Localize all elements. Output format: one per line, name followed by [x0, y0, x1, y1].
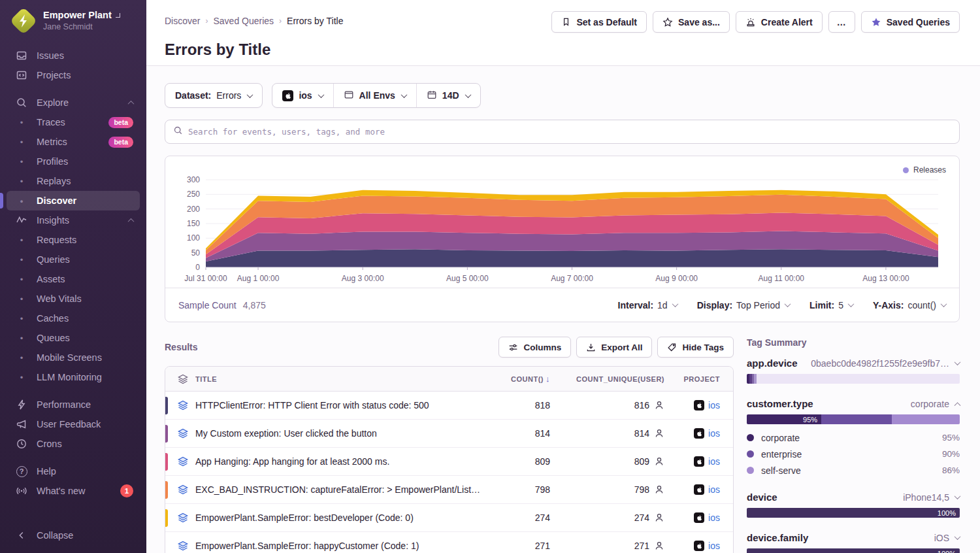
legend-row[interactable]: enterprise 90% — [747, 446, 960, 462]
sidebar-item-mobile-screens[interactable]: •Mobile Screens — [7, 348, 140, 367]
error-title[interactable]: App Hanging: App hanging for at least 20… — [195, 456, 491, 467]
table-row[interactable]: EXC_BAD_INSTRUCTION: captureFatalError: … — [165, 476, 733, 504]
hide-tags-button[interactable]: Hide Tags — [657, 337, 734, 358]
chart-legend[interactable]: Releases — [903, 165, 946, 175]
interval-select[interactable]: Interval: 1d — [618, 300, 678, 310]
sidebar-item-replays[interactable]: • Replays — [7, 171, 140, 191]
sidebar-item-queues[interactable]: •Queues — [7, 328, 140, 348]
tag-icon — [667, 343, 677, 352]
breadcrumb-discover[interactable]: Discover — [165, 16, 200, 26]
sidebar-item-crons[interactable]: Crons — [7, 434, 140, 454]
columns-button[interactable]: Columns — [498, 337, 571, 358]
sidebar-item-performance[interactable]: Performance — [7, 395, 140, 414]
tag-distribution-bar[interactable]: 100% — [747, 548, 960, 553]
error-title[interactable]: EmpowerPlant.SampleError: happyCustomer … — [195, 541, 491, 551]
saved-queries-button[interactable]: Saved Queries — [861, 11, 960, 33]
column-header-title[interactable]: TITLE — [195, 375, 491, 383]
project-link[interactable]: ios — [708, 541, 720, 551]
export-all-button[interactable]: Export All — [576, 337, 652, 358]
table-row[interactable]: HTTPClientError: HTTP Client Error with … — [165, 392, 733, 420]
sidebar-item-whats-new[interactable]: What's new 1 — [7, 481, 140, 501]
save-as-button[interactable]: Save as... — [653, 11, 730, 33]
sidebar-item-projects[interactable]: Projects — [7, 65, 140, 85]
stack-icon[interactable] — [165, 541, 195, 551]
stacked-area-chart[interactable]: 050100150200250300Jul 31 00:00Aug 1 00:0… — [165, 156, 959, 288]
table-row[interactable]: App Hanging: App hanging for at least 20… — [165, 448, 733, 476]
display-select[interactable]: Display: Top Period — [697, 300, 790, 310]
project-cell[interactable]: ios — [664, 428, 733, 439]
tag-distribution-bar[interactable] — [747, 374, 960, 384]
bar-segment[interactable] — [892, 414, 960, 424]
column-header-project[interactable]: PROJECT — [664, 375, 733, 383]
tag-distribution-bar[interactable]: 95% — [747, 414, 960, 424]
sidebar-item-queries[interactable]: •Queries — [7, 250, 140, 269]
table-row[interactable]: EmpowerPlant.SampleError: bestDeveloper … — [165, 504, 733, 532]
tag-distribution-bar[interactable]: 100% — [747, 508, 960, 518]
sidebar-item-assets[interactable]: •Assets — [7, 269, 140, 289]
error-title[interactable]: EmpowerPlant.SampleError: bestDeveloper … — [195, 512, 491, 523]
project-cell[interactable]: ios — [664, 541, 733, 551]
project-link[interactable]: ios — [708, 484, 720, 495]
button-label: Hide Tags — [682, 343, 724, 352]
sidebar-item-requests[interactable]: •Requests — [7, 230, 140, 250]
org-switcher[interactable]: Empower Plant Jane Schmidt — [0, 9, 146, 42]
sidebar-item-help[interactable]: ? Help — [7, 461, 140, 481]
project-cell[interactable]: ios — [664, 512, 733, 523]
breadcrumb-saved-queries[interactable]: Saved Queries — [213, 16, 274, 26]
sidebar-collapse-button[interactable]: Collapse — [7, 526, 140, 545]
dataset-filter[interactable]: Dataset: Errors — [165, 83, 263, 108]
environment-filter[interactable]: All Envs — [333, 84, 416, 107]
sidebar-item-profiles[interactable]: • Profiles — [7, 152, 140, 171]
project-link[interactable]: ios — [708, 400, 720, 411]
sidebar-item-label: Issues — [37, 50, 64, 61]
project-link[interactable]: ios — [708, 456, 720, 467]
sidebar-section-explore[interactable]: Explore — [7, 93, 140, 112]
sidebar-item-discover[interactable]: • Discover — [7, 191, 140, 210]
error-title[interactable]: HTTPClientError: HTTP Client Error with … — [195, 400, 491, 411]
column-header-count[interactable]: COUNT() ↓ — [491, 374, 550, 384]
siren-icon — [745, 17, 756, 27]
sidebar-section-insights[interactable]: Insights — [7, 210, 140, 230]
create-alert-button[interactable]: Create Alert — [736, 11, 823, 33]
bar-segment[interactable] — [821, 414, 892, 424]
more-options-button[interactable]: … — [828, 11, 855, 33]
stack-icon[interactable] — [165, 400, 195, 411]
date-range-filter[interactable]: 14D — [416, 84, 480, 107]
set-as-default-button[interactable]: Set as Default — [551, 11, 647, 33]
table-row[interactable]: My Custom exeption: User clicked the but… — [165, 420, 733, 448]
sidebar-item-user-feedback[interactable]: User Feedback — [7, 414, 140, 434]
error-title[interactable]: My Custom exeption: User clicked the but… — [195, 428, 491, 439]
sidebar-item-caches[interactable]: •Caches — [7, 309, 140, 328]
search-input[interactable] — [188, 127, 951, 137]
error-title[interactable]: EXC_BAD_INSTRUCTION: captureFatalError: … — [195, 484, 491, 495]
sidebar-item-metrics[interactable]: • Metrics beta — [7, 132, 140, 152]
tag-value-toggle[interactable]: iOS — [934, 533, 960, 543]
project-cell[interactable]: ios — [664, 484, 733, 495]
legend-row[interactable]: self-serve 86% — [747, 462, 960, 478]
table-row[interactable]: EmpowerPlant.SampleError: happyCustomer … — [165, 532, 733, 553]
limit-select[interactable]: Limit: 5 — [809, 300, 853, 310]
project-link[interactable]: ios — [708, 512, 720, 523]
folder-code-icon — [16, 69, 27, 81]
tag-value-toggle[interactable]: corporate — [911, 399, 960, 409]
legend-row[interactable]: corporate 95% — [747, 429, 960, 446]
stack-icon[interactable] — [165, 428, 195, 439]
stack-icon[interactable] — [165, 512, 195, 523]
stack-icon[interactable] — [165, 484, 195, 495]
sidebar-item-issues[interactable]: Issues — [7, 46, 140, 65]
chart-footer: Sample Count 4,875 Interval: 1d Display:… — [165, 288, 959, 322]
yaxis-select[interactable]: Y-Axis: count() — [873, 300, 946, 310]
project-link[interactable]: ios — [708, 428, 720, 439]
tag-value-toggle[interactable]: iPhone14,5 — [903, 492, 960, 503]
tag-value-toggle[interactable]: 0baebc0de4982f1255f2e9e9fb7… — [811, 358, 960, 369]
stack-icon[interactable] — [165, 456, 195, 467]
project-filter[interactable]: ios — [272, 84, 333, 107]
project-cell[interactable]: ios — [664, 400, 733, 411]
bar-segment[interactable]: 95% — [747, 414, 821, 424]
sidebar-item-llm-monitoring[interactable]: •LLM Monitoring — [7, 367, 140, 387]
series-color-strip — [165, 453, 168, 471]
sidebar-item-traces[interactable]: • Traces beta — [7, 112, 140, 132]
column-header-count-unique[interactable]: COUNT_UNIQUE(USER) — [550, 375, 664, 383]
project-cell[interactable]: ios — [664, 456, 733, 467]
sidebar-item-web-vitals[interactable]: •Web Vitals — [7, 289, 140, 309]
